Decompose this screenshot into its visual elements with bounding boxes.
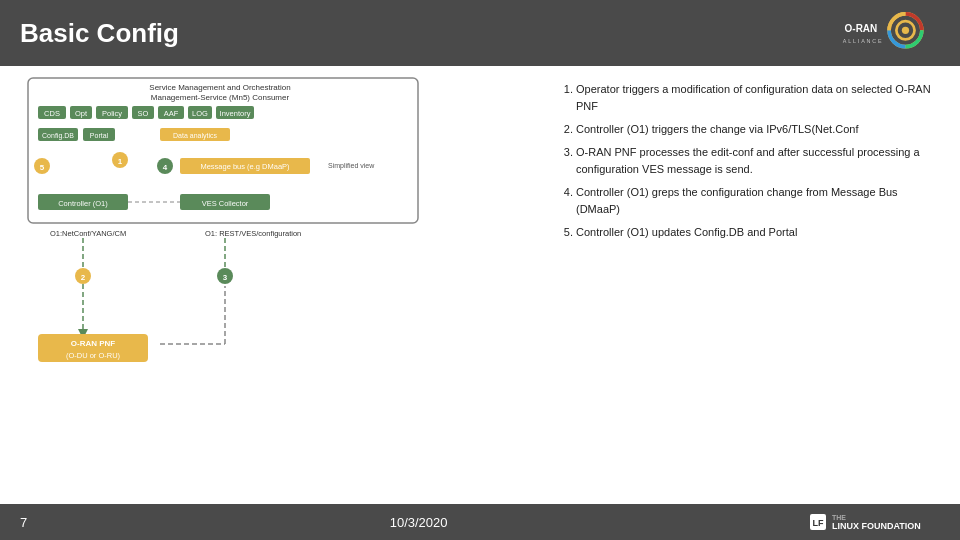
svg-text:LINUX FOUNDATION: LINUX FOUNDATION bbox=[832, 521, 921, 531]
oran-pnf-label: O-RAN PNF bbox=[71, 339, 116, 348]
svg-point-2 bbox=[902, 27, 909, 34]
linux-foundation-svg: LF THE LINUX FOUNDATION bbox=[810, 510, 940, 534]
bullet-list: Operator triggers a modification of conf… bbox=[560, 81, 940, 241]
circle-3: 3 bbox=[223, 273, 228, 282]
tab-inventory[interactable]: Inventory bbox=[220, 109, 251, 118]
label-o1-netconf: O1:NetConf/YANG/CM bbox=[50, 229, 126, 238]
list-item: Controller (O1) triggers the change via … bbox=[576, 121, 940, 138]
footer: 7 10/3/2020 LF THE LINUX FOUNDATION bbox=[0, 504, 960, 540]
ves-collector-btn[interactable]: VES Collector bbox=[202, 199, 249, 208]
circle-5: 5 bbox=[40, 163, 45, 172]
oran-logo-area: O-RAN ALLIANCE bbox=[840, 10, 940, 56]
svg-text:ALLIANCE: ALLIANCE bbox=[843, 38, 884, 44]
linux-foundation-logo: LF THE LINUX FOUNDATION bbox=[810, 510, 940, 534]
tab-policy[interactable]: Policy bbox=[102, 109, 122, 118]
diagram-area: Service Management and Orchestration Man… bbox=[20, 76, 540, 504]
smo-title-line1: Service Management and Orchestration bbox=[149, 83, 290, 92]
svg-text:THE: THE bbox=[832, 514, 846, 521]
footer-date: 10/3/2020 bbox=[390, 515, 448, 530]
list-item: Operator triggers a modification of conf… bbox=[576, 81, 940, 115]
svg-text:O-RAN: O-RAN bbox=[845, 23, 878, 34]
circle-2: 2 bbox=[81, 273, 86, 282]
main-diagram: Service Management and Orchestration Man… bbox=[20, 76, 520, 386]
main-content: Service Management and Orchestration Man… bbox=[0, 66, 960, 514]
oran-logo: O-RAN ALLIANCE bbox=[840, 10, 940, 56]
oran-pnf-sub-label: (O-DU or O-RU) bbox=[66, 351, 121, 360]
list-item: O-RAN PNF processes the edit-conf and af… bbox=[576, 144, 940, 178]
list-item: Controller (O1) greps the configuration … bbox=[576, 184, 940, 218]
tab-opt[interactable]: Opt bbox=[75, 109, 88, 118]
simplified-label: Simplified view bbox=[328, 162, 375, 170]
label-o1-rest: O1: REST/VES/configuration bbox=[205, 229, 301, 238]
tab-so[interactable]: SO bbox=[138, 109, 149, 118]
circle-4: 4 bbox=[163, 163, 168, 172]
footer-page-number: 7 bbox=[20, 515, 27, 530]
circle-1: 1 bbox=[118, 157, 123, 166]
right-text-panel: Operator triggers a modification of conf… bbox=[540, 76, 940, 504]
tab-log[interactable]: LOG bbox=[192, 109, 208, 118]
msgbus-btn[interactable]: Message bus (e.g DMaaP) bbox=[200, 162, 290, 171]
svg-text:LF: LF bbox=[812, 518, 823, 528]
smo-title-line2: Management-Service (Mn5) Consumer bbox=[151, 93, 290, 102]
tab-cds[interactable]: CDS bbox=[44, 109, 60, 118]
list-item: Controller (O1) updates Config.DB and Po… bbox=[576, 224, 940, 241]
controller-btn[interactable]: Controller (O1) bbox=[58, 199, 108, 208]
portal-btn[interactable]: Portal bbox=[90, 132, 109, 139]
tab-aaf[interactable]: AAF bbox=[164, 109, 179, 118]
config-db-btn[interactable]: Config.DB bbox=[42, 132, 74, 140]
header: Basic Config O-RAN ALLIANCE bbox=[0, 0, 960, 66]
page-title: Basic Config bbox=[20, 18, 179, 49]
data-analytics-btn[interactable]: Data analytics bbox=[173, 132, 217, 140]
